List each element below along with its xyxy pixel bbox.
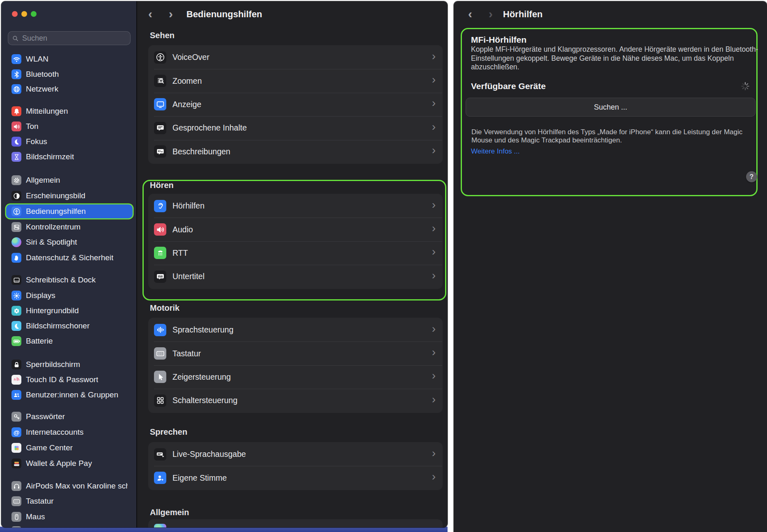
sidebar-item-batterie[interactable]: Batterie xyxy=(6,334,133,348)
sidebar-item-allgemein[interactable]: Allgemein xyxy=(6,173,133,187)
sidebar-item-maus[interactable]: Maus xyxy=(6,510,133,524)
sidebar-item-label: Kontrollzentrum xyxy=(26,222,80,232)
chevron-right-icon: › xyxy=(432,50,436,63)
battery-icon xyxy=(11,336,21,346)
row-sprachsteuerung[interactable]: Sprachsteuerung› xyxy=(149,318,442,342)
sidebar-item-row[interactable] xyxy=(6,524,133,527)
settings-group-motorik: Sprachsteuerung›Tastatur›Zeigersteuerung… xyxy=(149,318,442,413)
row-label: Tastatur xyxy=(172,349,201,358)
progress-spinner-icon xyxy=(740,81,750,91)
close-button[interactable] xyxy=(12,11,18,17)
captions-icon xyxy=(154,271,166,283)
ear-icon xyxy=(154,200,166,212)
sidebar-item-siri-spotlight[interactable]: Siri & Spotlight xyxy=(6,235,133,249)
more-info-link[interactable]: Weitere Infos ... xyxy=(471,147,520,156)
sidebar-item-erscheinungsbild[interactable]: Erscheinungsbild xyxy=(6,189,133,203)
settings-group-h-ren: Hörhilfen›Audio›RTT›Untertitel› xyxy=(149,194,442,289)
audio-icon xyxy=(154,223,166,236)
sidebar-item-kontrollzentrum[interactable]: Kontrollzentrum xyxy=(6,220,133,234)
chevron-right-icon: › xyxy=(432,369,436,383)
row-anzeige[interactable]: Anzeige› xyxy=(149,93,442,116)
sidebar-item-wlan[interactable]: WLAN xyxy=(6,52,133,66)
row-h-rhilfen[interactable]: Hörhilfen› xyxy=(149,194,442,218)
help-button[interactable]: ? xyxy=(746,171,757,182)
personal-voice-icon xyxy=(154,472,166,484)
row-label: Gesprochene Inhalte xyxy=(172,123,247,133)
minimize-button[interactable] xyxy=(21,11,27,17)
sidebar-item-label: Wallet & Apple Pay xyxy=(26,459,92,468)
sidebar-item-label: Hintergrundbild xyxy=(26,306,79,315)
chevron-right-icon: › xyxy=(432,120,436,133)
sidebar-item-label: Touch ID & Passwort xyxy=(26,375,98,384)
row-label: VoiceOver xyxy=(172,53,209,62)
zoom-button[interactable] xyxy=(31,11,37,17)
sidebar-item-internetaccounts[interactable]: @Internetaccounts xyxy=(6,425,133,439)
sidebar-item-netzwerk[interactable]: Netzwerk xyxy=(6,82,133,96)
sidebar-item-label: AirPods Max von Karoline sch... xyxy=(26,482,128,491)
search-input[interactable] xyxy=(21,34,126,43)
moon-icon xyxy=(11,137,21,147)
sidebar-item-bildschirmzeit[interactable]: Bildschirmzeit xyxy=(6,150,133,164)
row-zeigersteuerung[interactable]: Zeigersteuerung› xyxy=(149,365,442,389)
keyboard-icon xyxy=(11,496,21,506)
sidebar-item-sperrbildschirm[interactable]: Sperrbildschirm xyxy=(6,358,133,371)
sidebar-item-label: WLAN xyxy=(26,55,48,64)
row-gesprochene-inhalte[interactable]: Gesprochene Inhalte› xyxy=(149,116,442,140)
row-live-sprachausgabe[interactable]: Live-Sprachausgabe› xyxy=(149,443,442,466)
sidebar-item-benutzer-innen-gruppen[interactable]: Benutzer:innen & Gruppen xyxy=(6,388,133,402)
row-audio[interactable]: Audio› xyxy=(149,218,442,241)
sidebar-item-airpods-max-von-karoline-sch[interactable]: AirPods Max von Karoline sch... xyxy=(6,479,133,493)
sidebar-item-label: Displays xyxy=(26,291,55,300)
row-label: Hörhilfen xyxy=(172,201,204,211)
sidebar-item-bluetooth[interactable]: Bluetooth xyxy=(6,67,133,81)
forward-chevron-icon[interactable]: › xyxy=(489,7,493,21)
row-rtt[interactable]: RTT› xyxy=(149,241,442,265)
back-chevron-icon[interactable]: ‹ xyxy=(148,7,152,21)
row-beschreibungen[interactable]: Beschreibungen› xyxy=(149,140,442,163)
forward-chevron-icon[interactable]: › xyxy=(169,7,173,21)
sidebar-item-ton[interactable]: Ton xyxy=(6,119,133,133)
chevron-right-icon: › xyxy=(432,222,436,235)
chevron-right-icon: › xyxy=(432,97,436,110)
sidebar-item-schreibtisch-dock[interactable]: Schreibtisch & Dock xyxy=(6,273,133,287)
row-schaltersteuerung[interactable]: Schaltersteuerung› xyxy=(149,389,442,412)
sidebar-item-bildschirmschoner[interactable]: Bildschirmschoner xyxy=(6,319,133,333)
chevron-right-icon: › xyxy=(432,198,436,211)
game-center-icon xyxy=(11,443,21,453)
chevron-right-icon: › xyxy=(432,393,436,406)
row-row[interactable] xyxy=(149,520,442,527)
key-icon xyxy=(11,412,21,422)
row-tastatur[interactable]: Tastatur› xyxy=(149,342,442,365)
sidebar-item-bedienungshilfen[interactable]: Bedienungshilfen xyxy=(6,204,133,218)
speech-bubble-icon xyxy=(154,122,166,134)
system-settings-window: WLANBluetoothNetzwerkMitteilungenTonFoku… xyxy=(1,1,448,527)
sidebar-item-touch-id-passwort[interactable]: Touch ID & Passwort xyxy=(6,373,133,387)
sidebar-item-datenschutz-sicherheit[interactable]: Datenschutz & Sicherheit xyxy=(6,251,133,265)
sidebar-item-wallet-apple-pay[interactable]: Wallet & Apple Pay xyxy=(6,456,133,470)
sidebar-item-displays[interactable]: Displays xyxy=(6,289,133,303)
row-label: Sprachsteuerung xyxy=(172,325,234,335)
search-devices-button[interactable]: Suchen ... xyxy=(466,98,756,117)
row-voiceover[interactable]: VoiceOver› xyxy=(149,46,442,69)
row-eigene-stimme[interactable]: Eigene Stimme› xyxy=(149,466,442,489)
sidebar-item-mitteilungen[interactable]: Mitteilungen xyxy=(6,104,133,118)
row-zoomen[interactable]: Zoomen› xyxy=(149,69,442,92)
lock-icon xyxy=(11,360,21,369)
row-label: Zeigersteuerung xyxy=(172,372,231,382)
row-label: Schaltersteuerung xyxy=(172,396,237,405)
available-devices-title: Verfügbare Geräte xyxy=(471,81,546,91)
sidebar-item-hintergrundbild[interactable]: Hintergrundbild xyxy=(6,304,133,318)
siri-icon xyxy=(11,237,21,247)
sidebar-item-passw-rter[interactable]: Passwörter xyxy=(6,410,133,424)
sidebar-item-label: Sperrbildschirm xyxy=(26,360,80,369)
sidebar-item-tastatur[interactable]: Tastatur xyxy=(6,494,133,508)
settings-group-sprechen: Live-Sprachausgabe›Eigene Stimme› xyxy=(149,443,442,490)
sidebar-item-game-center[interactable]: Game Center xyxy=(6,441,133,455)
sidebar-item-label: Benutzer:innen & Gruppen xyxy=(26,390,118,399)
sidebar-item-fokus[interactable]: Fokus xyxy=(6,135,133,149)
fingerprint-icon xyxy=(11,375,21,385)
sidebar-search[interactable] xyxy=(8,31,131,45)
section-header-h-ren: Hören xyxy=(150,181,174,190)
row-untertitel[interactable]: Untertitel› xyxy=(149,265,442,288)
back-chevron-icon[interactable]: ‹ xyxy=(468,7,472,21)
